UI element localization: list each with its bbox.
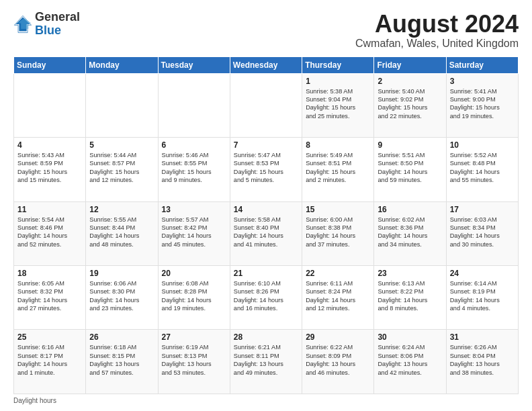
day-info-line: Sunrise: 5:46 AM [162,151,226,159]
day-info-line: Sunset: 8:24 PM [306,287,370,295]
day-number: 3 [450,77,515,86]
day-info-line: Daylight: 14 hours [378,168,442,176]
day-info-line: and 38 minutes. [450,369,515,377]
day-info-line: Daylight: 13 hours [89,360,154,368]
day-info-line: Daylight: 14 hours [450,232,515,240]
day-info-line: and 12 minutes. [306,304,370,312]
day-info-line: Sunset: 8:06 PM [378,352,442,360]
day-number: 17 [450,205,515,214]
day-info-line: Sunrise: 6:08 AM [162,279,226,287]
table-row: 16Sunrise: 6:02 AMSunset: 8:36 PMDayligh… [374,201,446,265]
table-row: 18Sunrise: 6:05 AMSunset: 8:32 PMDayligh… [14,266,86,330]
day-number: 13 [162,205,226,214]
day-info-line: and 8 minutes. [378,304,442,312]
day-info-line: Daylight: 14 hours [378,232,442,240]
table-row: 27Sunrise: 6:19 AMSunset: 8:13 PMDayligh… [158,330,230,394]
day-info-line: Sunrise: 6:10 AM [234,279,298,287]
table-row: 6Sunrise: 5:46 AMSunset: 8:55 PMDaylight… [158,138,230,201]
header: General Blue August 2024 Cwmafan, Wales,… [13,11,519,50]
day-number: 20 [162,269,226,278]
day-info-line: Sunrise: 5:54 AM [17,216,82,224]
day-info-line: Sunrise: 5:55 AM [89,216,154,224]
day-info-line: Sunrise: 5:47 AM [234,151,298,159]
day-info-line: Sunset: 8:40 PM [234,224,298,232]
day-info-line: and 19 minutes. [450,112,515,120]
day-number: 29 [306,332,370,342]
day-info-line: Sunset: 8:53 PM [234,159,298,167]
day-info-line: and 19 minutes. [162,304,226,312]
day-number: 25 [17,332,82,342]
day-info-line: and 42 minutes. [378,369,442,377]
day-info-line: Sunset: 8:51 PM [306,159,370,167]
day-info-line: Sunrise: 5:43 AM [17,151,82,159]
day-info-line: Daylight: 15 hours [306,168,370,176]
day-info-line: Sunrise: 6:18 AM [89,343,154,351]
day-info-line: Sunrise: 6:02 AM [378,216,442,224]
day-info-line: Sunrise: 5:38 AM [306,87,370,95]
day-info-line: and 41 minutes. [234,240,298,248]
day-info-line: and 59 minutes. [378,176,442,184]
day-number: 6 [162,140,226,150]
day-info-line: Daylight: 15 hours [234,168,298,176]
day-info-line: and 4 minutes. [450,304,515,312]
day-number: 4 [17,140,82,150]
day-info-line: and 23 minutes. [89,304,154,312]
day-info-line: Daylight: 15 hours [378,103,442,111]
calendar-week-row: 11Sunrise: 5:54 AMSunset: 8:46 PMDayligh… [14,201,519,265]
subtitle: Cwmafan, Wales, United Kingdom [355,38,519,50]
day-info-line: Daylight: 15 hours [89,168,154,176]
day-info-line: Sunrise: 5:49 AM [306,151,370,159]
day-info-line: and 16 minutes. [234,304,298,312]
day-info-line: Daylight: 14 hours [89,232,154,240]
table-row: 24Sunrise: 6:14 AMSunset: 8:19 PMDayligh… [446,266,518,330]
logo-general: General [35,11,80,24]
day-number: 5 [89,140,154,150]
day-info-line: Sunrise: 6:06 AM [89,279,154,287]
day-number: 28 [234,332,298,342]
day-number: 14 [234,205,298,214]
day-number: 16 [378,205,442,214]
day-info-line: Daylight: 14 hours [162,232,226,240]
day-info-line: Sunset: 9:00 PM [450,95,515,103]
table-row: 13Sunrise: 5:57 AMSunset: 8:42 PMDayligh… [158,201,230,265]
day-info-line: Daylight: 14 hours [306,296,370,304]
table-row: 20Sunrise: 6:08 AMSunset: 8:28 PMDayligh… [158,266,230,330]
table-row: 2Sunrise: 5:40 AMSunset: 9:02 PMDaylight… [374,73,446,137]
day-info-line: Sunrise: 5:51 AM [378,151,442,159]
day-info-line: Sunset: 8:34 PM [450,224,515,232]
day-info-line: Sunset: 8:15 PM [89,352,154,360]
day-info-line: Daylight: 14 hours [306,232,370,240]
table-row: 5Sunrise: 5:44 AMSunset: 8:57 PMDaylight… [86,138,158,201]
day-number: 27 [162,332,226,342]
day-info-line: and 45 minutes. [162,240,226,248]
day-info-line: Sunset: 8:50 PM [378,159,442,167]
day-info-line: Sunrise: 6:19 AM [162,343,226,351]
day-info-line: Sunset: 8:48 PM [450,159,515,167]
day-info-line: Sunrise: 5:57 AM [162,216,226,224]
day-number: 23 [378,269,442,278]
day-info-line: Sunset: 8:44 PM [89,224,154,232]
main-title: August 2024 [355,11,519,38]
day-info-line: Sunset: 9:04 PM [306,95,370,103]
day-info-line: and 55 minutes. [450,176,515,184]
day-info-line: Sunrise: 5:40 AM [378,87,442,95]
day-info-line: Sunrise: 6:22 AM [306,343,370,351]
day-info-line: Sunset: 8:55 PM [162,159,226,167]
day-info-line: Sunset: 8:36 PM [378,224,442,232]
day-info-line: Sunrise: 6:00 AM [306,216,370,224]
day-info-line: Sunset: 8:26 PM [234,287,298,295]
day-info-line: Daylight: 14 hours [234,296,298,304]
day-info-line: Sunrise: 6:14 AM [450,279,515,287]
table-row: 12Sunrise: 5:55 AMSunset: 8:44 PMDayligh… [86,201,158,265]
col-monday: Monday [86,56,158,73]
day-info-line: Sunset: 8:13 PM [162,352,226,360]
table-row: 1Sunrise: 5:38 AMSunset: 9:04 PMDaylight… [302,73,374,137]
calendar: Sunday Monday Tuesday Wednesday Thursday… [13,56,519,394]
day-info-line: Daylight: 14 hours [89,296,154,304]
day-number: 19 [89,269,154,278]
day-info-line: Sunset: 8:57 PM [89,159,154,167]
table-row: 7Sunrise: 5:47 AMSunset: 8:53 PMDaylight… [230,138,302,201]
day-number: 8 [306,140,370,150]
col-thursday: Thursday [302,56,374,73]
day-info-line: Sunset: 9:02 PM [378,95,442,103]
